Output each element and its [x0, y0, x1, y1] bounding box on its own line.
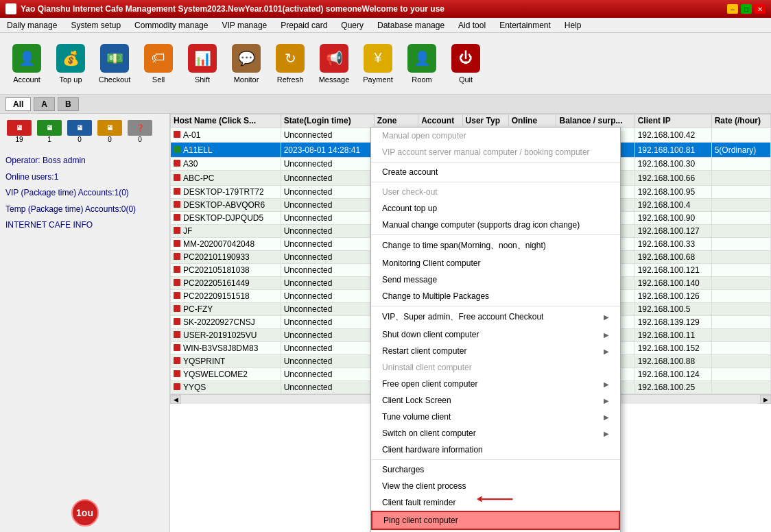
- toolbar-btn-checkout[interactable]: 💵Checkout: [93, 37, 136, 90]
- context-menu-item-label: Restart client computer: [382, 346, 466, 356]
- table-cell: Unconnected: [281, 186, 374, 199]
- col-hostname: Host Name (Click S...: [171, 114, 281, 128]
- submenu-arrow-icon: ▶: [604, 331, 609, 339]
- table-cell: 192.168.100.88: [634, 355, 711, 368]
- context-menu-item-shut-down-client-computer[interactable]: Shut down client computer▶: [371, 326, 620, 343]
- payment-icon: ¥: [364, 44, 392, 73]
- status-dot: [174, 174, 180, 181]
- toolbar-btn-refresh[interactable]: ↻Refresh: [269, 37, 311, 90]
- monitor-yellow[interactable]: 🖥 0: [96, 119, 123, 144]
- toolbar: 👤Account💰Top up💵Checkout🏷Sell📊Shift💬Moni…: [0, 33, 771, 95]
- table-cell: Unconnected: [281, 128, 374, 143]
- context-menu-item-change-to-time-span(morning-no[interactable]: Change to time span(Morning、noon、night): [371, 237, 620, 255]
- table-cell: 192.168.100.127: [634, 225, 711, 238]
- menu-item-vip-manage[interactable]: VIP manage: [215, 19, 274, 32]
- context-menu-item-create-account[interactable]: Create account: [371, 164, 620, 180]
- table-cell: PC-FZY: [171, 303, 281, 316]
- col-online: Online: [508, 114, 556, 128]
- menu-item-aid-tool[interactable]: Aid tool: [451, 19, 493, 32]
- scroll-left-btn[interactable]: ◀: [170, 395, 181, 404]
- scroll-right-btn[interactable]: ▶: [760, 395, 771, 404]
- context-menu-item-label: Change to Multiple Packages: [382, 291, 489, 301]
- table-cell: [711, 303, 770, 316]
- toolbar-btn-monitor[interactable]: 💬Monitor: [225, 37, 268, 90]
- table-cell: 2023-08-01 14:28:41: [281, 143, 374, 158]
- tab-a[interactable]: A: [34, 97, 55, 111]
- context-menu-item-manual-change-computer-(suppor[interactable]: Manual change computer (supports drag ic…: [371, 217, 620, 233]
- table-cell: [711, 277, 770, 290]
- context-menu-item-ping-client-computer[interactable]: Ping client computer: [371, 511, 620, 530]
- floor-button[interactable]: 1ou: [71, 499, 99, 527]
- table-cell: 192.168.100.4: [634, 199, 711, 212]
- monitor-count-red: 19: [15, 136, 23, 143]
- monitor-label: Monitor: [234, 75, 259, 84]
- monitor-blue[interactable]: 🖥 0: [66, 119, 93, 144]
- menu-item-prepaid-card[interactable]: Prepaid card: [274, 19, 334, 32]
- table-cell: Unconnected: [281, 171, 374, 186]
- context-menu-item-surcharges[interactable]: Surcharges: [371, 461, 620, 478]
- status-dot: [174, 344, 180, 351]
- context-menu-item-label: Uninstall client computer: [382, 363, 472, 372]
- context-menu-item-label: Create account: [382, 167, 438, 177]
- toolbar-btn-quit[interactable]: ⏻Quit: [444, 37, 487, 90]
- toolbar-btn-sell[interactable]: 🏷Sell: [137, 37, 180, 90]
- table-cell: Unconnected: [281, 355, 374, 368]
- menu-item-entertainment[interactable]: Entertainment: [493, 19, 558, 32]
- status-dot: [174, 214, 180, 221]
- monitor-count-green: 1: [47, 136, 51, 143]
- maximize-button[interactable]: □: [741, 4, 752, 14]
- table-cell: [711, 381, 770, 394]
- context-menu-item-label: Account top up: [382, 204, 437, 213]
- table-cell: YYQS: [171, 381, 281, 394]
- toolbar-btn-top-up[interactable]: 💰Top up: [49, 37, 92, 90]
- monitor-red[interactable]: 🖥 19: [5, 119, 33, 144]
- context-menu-item-free-open-client-computer[interactable]: Free open client computer▶: [371, 376, 620, 392]
- context-menu-item-client-lock-screen[interactable]: Client Lock Screen▶: [371, 392, 620, 409]
- menu-item-database-manage[interactable]: Database manage: [370, 19, 451, 32]
- context-menu-item-vip-super-admin-free-account-c[interactable]: VIP、Super admin、Free account Checkout▶: [371, 308, 620, 326]
- context-menu-item-label: Send message: [382, 275, 437, 285]
- toolbar-btn-shift[interactable]: 📊Shift: [181, 37, 224, 90]
- monitor-green[interactable]: 🖥 1: [36, 119, 63, 144]
- table-cell: 192.168.100.33: [634, 238, 711, 251]
- menu-item-help[interactable]: Help: [558, 19, 589, 32]
- toolbar-btn-payment[interactable]: ¥Payment: [357, 37, 399, 90]
- tab-all[interactable]: All: [5, 97, 31, 111]
- toolbar-btn-message[interactable]: 📢Message: [313, 37, 355, 90]
- status-dot: [174, 331, 180, 338]
- context-menu-item-label: Surcharges: [382, 465, 424, 474]
- menu-item-system-setup[interactable]: System setup: [64, 19, 128, 32]
- context-menu-separator: [371, 182, 620, 182]
- table-cell: Unconnected: [281, 316, 374, 329]
- table-cell: [711, 158, 770, 171]
- table-cell: 192.168.100.30: [634, 158, 711, 171]
- tab-b[interactable]: B: [58, 97, 79, 111]
- table-cell: 192.168.100.81: [634, 143, 711, 158]
- minimize-button[interactable]: –: [727, 4, 738, 14]
- context-menu-item-restart-client-computer[interactable]: Restart client computer▶: [371, 343, 620, 359]
- toolbar-btn-room[interactable]: 👤Room: [401, 37, 443, 90]
- context-menu-item-send-message[interactable]: Send message: [371, 271, 620, 288]
- table-cell: Unconnected: [281, 238, 374, 251]
- context-menu-item-tune-volume-client[interactable]: Tune volume client▶: [371, 409, 620, 425]
- menu-item-query[interactable]: Query: [334, 19, 370, 32]
- menu-item-daily-manage[interactable]: Daily manage: [0, 19, 64, 32]
- monitor-gray[interactable]: ❓ 0: [126, 119, 154, 144]
- toolbar-btn-account[interactable]: 👤Account: [5, 37, 48, 90]
- context-menu-item-label: Ping client computer: [383, 516, 458, 525]
- table-cell: [711, 225, 770, 238]
- monitor-icon: 💬: [232, 44, 261, 73]
- close-button[interactable]: ✕: [755, 4, 766, 14]
- table-cell: [711, 199, 770, 212]
- context-menu-item-switch-on-client-computer[interactable]: Switch on client computer▶: [371, 425, 620, 442]
- context-menu-item-monitoring-client-computer[interactable]: Monitoring Client computer: [371, 255, 620, 271]
- col-account: Account: [418, 114, 462, 128]
- context-menu-item-client-hardware-information[interactable]: Client hardware information: [371, 442, 620, 458]
- window-controls: – □ ✕: [727, 4, 766, 14]
- col-state: State(Login time): [281, 114, 374, 128]
- context-menu-item-label: VIP account server manual computer / boo…: [382, 147, 590, 157]
- menu-item-commodity-manage[interactable]: Commodity manage: [128, 19, 215, 32]
- context-menu-item-account-top-up[interactable]: Account top up: [371, 200, 620, 217]
- account-icon: 👤: [12, 44, 41, 73]
- context-menu-item-change-to-multiple-packages[interactable]: Change to Multiple Packages: [371, 288, 620, 304]
